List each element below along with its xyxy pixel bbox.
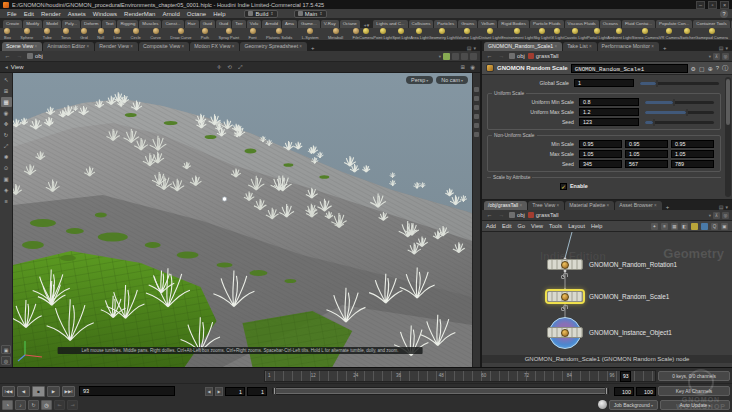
jump-start-button[interactable]: I◀◀ xyxy=(2,386,15,397)
menu-item[interactable]: Octane xyxy=(184,11,209,17)
snapshot-camera-icon[interactable]: ▣ xyxy=(1,345,11,354)
shelf-tab[interactable]: Collisions xyxy=(409,20,434,28)
shelf-tool[interactable]: Geometry Light xyxy=(428,28,455,40)
pin-icon[interactable]: ⊼ xyxy=(713,212,720,219)
link-icon[interactable]: ◎ xyxy=(722,53,729,60)
pane-tab[interactable]: Asset Browser xyxy=(615,201,661,210)
menu-item[interactable]: Help xyxy=(210,11,228,17)
viewport-tool-icon[interactable]: ⊞ xyxy=(1,86,12,96)
shelf-tool[interactable]: Circle xyxy=(131,28,141,40)
shelf-tool[interactable]: Metaball xyxy=(328,28,343,40)
layers-icon[interactable] xyxy=(701,223,708,230)
menu-item[interactable]: File xyxy=(4,11,20,17)
menu-item[interactable]: RenderMan xyxy=(121,11,158,17)
shelf-tab[interactable]: Rigging xyxy=(117,20,138,28)
info-icon[interactable]: ⓘ xyxy=(722,64,728,73)
range-end-field[interactable]: 100 xyxy=(614,387,634,396)
shelf-tool[interactable]: Volume Light xyxy=(456,28,479,40)
step-back-icon[interactable]: ⇤ xyxy=(54,400,65,410)
menu-item[interactable]: Edit xyxy=(21,11,37,17)
key-all-channels-button[interactable]: Key All Channels xyxy=(658,386,730,396)
shelf-tool[interactable]: L-System xyxy=(302,28,319,40)
path-node[interactable]: grassTall xyxy=(528,53,559,59)
display-toggle-icon[interactable] xyxy=(474,114,479,119)
enable-checkbox[interactable]: ✓ xyxy=(560,183,567,190)
range-subend-field[interactable]: 100 xyxy=(636,387,656,396)
display-toggle-icon[interactable] xyxy=(474,105,479,110)
shelf-tab[interactable]: Ama xyxy=(282,20,297,28)
chevron-down-icon[interactable]: ▾ xyxy=(709,213,711,218)
shelf-tab[interactable]: Guid xyxy=(216,20,231,28)
path-obj[interactable]: obj xyxy=(509,53,525,59)
shelf-tab[interactable]: Muscles xyxy=(139,20,161,28)
shelf-tool[interactable]: Path xyxy=(201,28,209,40)
desktop-combo[interactable]: Build ⇕ xyxy=(244,10,277,18)
shelf-tool[interactable]: Curve xyxy=(150,28,161,40)
viewport-tool-icon[interactable]: ⤢ xyxy=(1,141,12,151)
back-icon[interactable]: ← xyxy=(485,53,494,59)
param-value-field[interactable]: 1.05 xyxy=(671,150,714,158)
pin-icon[interactable]: ⊼ xyxy=(713,53,720,60)
pane-tab[interactable]: Take List xyxy=(563,42,596,51)
playhead[interactable]: 93 xyxy=(620,371,632,382)
parameter-scrollbar[interactable] xyxy=(725,77,731,197)
node-random-rotation[interactable] xyxy=(547,259,583,270)
shelf-tool[interactable]: Caustic Light xyxy=(564,28,587,40)
shelf-tool[interactable]: Tube xyxy=(43,28,52,40)
viewport-tool-icon[interactable]: ≡ xyxy=(1,196,12,206)
pane-tab[interactable]: GNOMON_Random_Scale1 xyxy=(484,42,562,51)
folder-icon[interactable] xyxy=(691,223,698,230)
camera-lock-icon[interactable] xyxy=(452,53,459,60)
shelf-tab[interactable]: Vellum xyxy=(478,20,497,28)
stop-button[interactable]: ■ xyxy=(32,386,45,397)
shelf-tool[interactable]: Null xyxy=(97,28,104,40)
magnifier-icon[interactable]: ⊕ xyxy=(708,65,713,72)
menu-item[interactable]: Render xyxy=(38,11,64,17)
timeline-ruler[interactable]: 11224364860728496 93 xyxy=(264,370,656,382)
network-canvas[interactable]: Indie Edition Geometry GNOMON_Random_Rot… xyxy=(482,232,732,367)
audio-toggle-icon[interactable]: ♪ xyxy=(15,400,26,410)
viewport-tool-icon[interactable]: ↻ xyxy=(1,130,12,140)
param-value-field[interactable]: 1.05 xyxy=(625,150,668,158)
param-value-field[interactable]: 1.05 xyxy=(579,150,622,158)
list-icon[interactable]: ≡ xyxy=(661,223,668,230)
shelf-tool[interactable]: Spot Light xyxy=(392,28,410,40)
help-icon[interactable]: ? xyxy=(716,65,719,71)
pane-tab[interactable]: Animation Editor xyxy=(43,42,94,51)
node-name-field[interactable]: GNOMON_Random_Scale1 xyxy=(571,64,688,73)
viewport-tool-icon[interactable]: ✥ xyxy=(1,119,12,129)
shelf-tab[interactable]: Container Tools xyxy=(693,20,729,28)
update-mode-dropdown[interactable]: Auto Update xyxy=(660,400,730,410)
global-range-slider[interactable] xyxy=(272,387,609,395)
menu-item[interactable]: Arnold xyxy=(159,11,182,17)
search-icon[interactable]: Q xyxy=(711,223,718,230)
shelf-tab[interactable]: Terr xyxy=(232,20,246,28)
shelf-tab[interactable]: Deform xyxy=(81,20,101,28)
shelf-tool[interactable]: Environment Light xyxy=(501,28,533,40)
node-instance-object[interactable] xyxy=(547,327,583,338)
shelf-tab[interactable]: Populate Con... xyxy=(656,20,692,28)
shelf-tab[interactable]: Rigid Bodies xyxy=(498,20,529,28)
shelf-tab[interactable]: Particles xyxy=(434,20,457,28)
gear-icon[interactable]: ⚙ xyxy=(691,65,696,72)
shelf-tool[interactable]: Torus xyxy=(61,28,71,40)
scene-combo[interactable]: Main ⇕ xyxy=(294,10,327,18)
param-value-field[interactable]: 345 xyxy=(579,160,622,168)
shelf-tab[interactable]: Grains xyxy=(458,20,477,28)
shelf-tool[interactable]: Camera xyxy=(359,28,373,40)
shelf-tool[interactable]: Spray Paint xyxy=(218,28,239,40)
shelf-tab[interactable]: Viscous Fluids xyxy=(565,20,599,28)
current-frame-field[interactable]: 93 xyxy=(79,386,175,396)
viewport-tool-icon[interactable]: ▣ xyxy=(1,174,12,184)
rotate-snap-icon[interactable]: ⟲ xyxy=(227,64,232,71)
shelf-tool[interactable]: Platonic Solids xyxy=(266,28,292,40)
shelf-tool[interactable]: Gamepad Camera xyxy=(695,28,728,40)
shelf-tab[interactable]: Modify xyxy=(23,20,42,28)
shelf-tab[interactable]: Octane xyxy=(340,20,360,28)
minimize-button[interactable]: – xyxy=(696,1,705,9)
view-icon[interactable]: ◧ xyxy=(681,223,688,230)
shelf-tool[interactable]: Portal Light xyxy=(587,28,607,40)
prev-key-icon[interactable]: ◀ xyxy=(205,387,213,396)
shelf-tab[interactable]: Text xyxy=(102,20,116,28)
network-menu-item[interactable]: Help xyxy=(591,223,603,229)
